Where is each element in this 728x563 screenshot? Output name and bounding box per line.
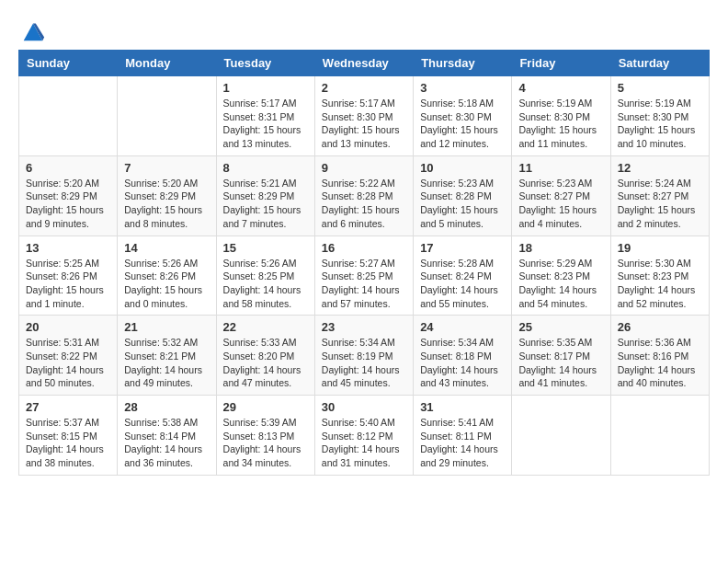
calendar-cell: 20Sunrise: 5:31 AM Sunset: 8:22 PM Dayli…	[19, 316, 118, 396]
weekday-header-monday: Monday	[118, 51, 216, 76]
day-info: Sunrise: 5:26 AM Sunset: 8:25 PM Dayligh…	[223, 257, 308, 311]
calendar-cell: 4Sunrise: 5:19 AM Sunset: 8:30 PM Daylig…	[512, 76, 610, 156]
day-info: Sunrise: 5:27 AM Sunset: 8:25 PM Dayligh…	[322, 257, 406, 311]
day-info: Sunrise: 5:34 AM Sunset: 8:18 PM Dayligh…	[420, 336, 505, 390]
day-info: Sunrise: 5:31 AM Sunset: 8:22 PM Dayligh…	[26, 336, 110, 390]
day-number: 18	[518, 241, 603, 255]
day-info: Sunrise: 5:40 AM Sunset: 8:12 PM Dayligh…	[322, 416, 406, 470]
header	[18, 18, 710, 39]
calendar-cell: 27Sunrise: 5:37 AM Sunset: 8:15 PM Dayli…	[19, 396, 118, 476]
day-info: Sunrise: 5:23 AM Sunset: 8:27 PM Dayligh…	[518, 177, 603, 231]
weekday-header-wednesday: Wednesday	[314, 51, 413, 76]
day-number: 29	[223, 400, 308, 414]
day-info: Sunrise: 5:26 AM Sunset: 8:26 PM Dayligh…	[124, 257, 209, 311]
calendar-cell: 19Sunrise: 5:30 AM Sunset: 8:23 PM Dayli…	[610, 236, 709, 316]
weekday-header-tuesday: Tuesday	[216, 51, 314, 76]
day-number: 19	[618, 241, 702, 255]
calendar-cell: 15Sunrise: 5:26 AM Sunset: 8:25 PM Dayli…	[216, 236, 314, 316]
day-number: 25	[518, 320, 603, 334]
day-number: 5	[618, 81, 702, 95]
day-number: 28	[124, 400, 209, 414]
day-info: Sunrise: 5:33 AM Sunset: 8:20 PM Dayligh…	[223, 336, 308, 390]
calendar-cell: 16Sunrise: 5:27 AM Sunset: 8:25 PM Dayli…	[314, 236, 413, 316]
calendar-cell: 22Sunrise: 5:33 AM Sunset: 8:20 PM Dayli…	[216, 316, 314, 396]
page: SundayMondayTuesdayWednesdayThursdayFrid…	[0, 0, 728, 485]
day-number: 1	[223, 81, 308, 95]
day-number: 3	[420, 81, 505, 95]
calendar-cell	[610, 396, 709, 476]
calendar-cell: 31Sunrise: 5:41 AM Sunset: 8:11 PM Dayli…	[414, 396, 512, 476]
day-info: Sunrise: 5:19 AM Sunset: 8:30 PM Dayligh…	[618, 97, 702, 151]
calendar-cell: 23Sunrise: 5:34 AM Sunset: 8:19 PM Dayli…	[314, 316, 413, 396]
day-number: 15	[223, 241, 308, 255]
calendar-cell: 28Sunrise: 5:38 AM Sunset: 8:14 PM Dayli…	[118, 396, 216, 476]
day-info: Sunrise: 5:37 AM Sunset: 8:15 PM Dayligh…	[26, 416, 110, 470]
day-info: Sunrise: 5:35 AM Sunset: 8:17 PM Dayligh…	[518, 336, 603, 390]
calendar-cell: 21Sunrise: 5:32 AM Sunset: 8:21 PM Dayli…	[118, 316, 216, 396]
calendar-cell: 29Sunrise: 5:39 AM Sunset: 8:13 PM Dayli…	[216, 396, 314, 476]
day-number: 31	[420, 400, 505, 414]
day-info: Sunrise: 5:38 AM Sunset: 8:14 PM Dayligh…	[124, 416, 209, 470]
calendar-cell: 12Sunrise: 5:24 AM Sunset: 8:27 PM Dayli…	[610, 155, 709, 236]
day-number: 21	[124, 320, 209, 334]
day-number: 20	[26, 320, 110, 334]
calendar-cell: 5Sunrise: 5:19 AM Sunset: 8:30 PM Daylig…	[610, 76, 709, 156]
calendar-cell	[512, 396, 610, 476]
calendar-cell: 13Sunrise: 5:25 AM Sunset: 8:26 PM Dayli…	[19, 236, 118, 316]
calendar-cell: 3Sunrise: 5:18 AM Sunset: 8:30 PM Daylig…	[414, 76, 512, 156]
day-info: Sunrise: 5:20 AM Sunset: 8:29 PM Dayligh…	[124, 177, 209, 231]
day-info: Sunrise: 5:39 AM Sunset: 8:13 PM Dayligh…	[223, 416, 308, 470]
calendar-cell: 1Sunrise: 5:17 AM Sunset: 8:31 PM Daylig…	[216, 76, 314, 156]
day-info: Sunrise: 5:23 AM Sunset: 8:28 PM Dayligh…	[420, 177, 505, 231]
week-row-4: 20Sunrise: 5:31 AM Sunset: 8:22 PM Dayli…	[19, 316, 710, 396]
week-row-3: 13Sunrise: 5:25 AM Sunset: 8:26 PM Dayli…	[19, 236, 710, 316]
day-info: Sunrise: 5:32 AM Sunset: 8:21 PM Dayligh…	[124, 336, 209, 390]
day-info: Sunrise: 5:17 AM Sunset: 8:30 PM Dayligh…	[322, 97, 406, 151]
day-info: Sunrise: 5:19 AM Sunset: 8:30 PM Dayligh…	[518, 97, 603, 151]
day-info: Sunrise: 5:28 AM Sunset: 8:24 PM Dayligh…	[420, 257, 505, 311]
day-number: 2	[322, 81, 406, 95]
week-row-1: 1Sunrise: 5:17 AM Sunset: 8:31 PM Daylig…	[19, 76, 710, 156]
day-info: Sunrise: 5:29 AM Sunset: 8:23 PM Dayligh…	[518, 257, 603, 311]
weekday-header-row: SundayMondayTuesdayWednesdayThursdayFrid…	[19, 51, 710, 76]
day-number: 6	[26, 161, 110, 175]
day-info: Sunrise: 5:22 AM Sunset: 8:28 PM Dayligh…	[322, 177, 406, 231]
calendar-cell: 24Sunrise: 5:34 AM Sunset: 8:18 PM Dayli…	[414, 316, 512, 396]
day-number: 4	[518, 81, 603, 95]
calendar-cell: 30Sunrise: 5:40 AM Sunset: 8:12 PM Dayli…	[314, 396, 413, 476]
logo-icon	[20, 18, 46, 44]
day-number: 14	[124, 241, 209, 255]
day-info: Sunrise: 5:30 AM Sunset: 8:23 PM Dayligh…	[618, 257, 702, 311]
day-number: 26	[618, 320, 702, 334]
day-number: 7	[124, 161, 209, 175]
day-number: 8	[223, 161, 308, 175]
calendar-cell: 11Sunrise: 5:23 AM Sunset: 8:27 PM Dayli…	[512, 155, 610, 236]
calendar-cell	[19, 76, 118, 156]
calendar-cell: 9Sunrise: 5:22 AM Sunset: 8:28 PM Daylig…	[314, 155, 413, 236]
calendar-cell: 6Sunrise: 5:20 AM Sunset: 8:29 PM Daylig…	[19, 155, 118, 236]
day-number: 30	[322, 400, 406, 414]
calendar-cell: 14Sunrise: 5:26 AM Sunset: 8:26 PM Dayli…	[118, 236, 216, 316]
weekday-header-saturday: Saturday	[610, 51, 709, 76]
calendar-cell: 10Sunrise: 5:23 AM Sunset: 8:28 PM Dayli…	[414, 155, 512, 236]
day-number: 9	[322, 161, 406, 175]
day-number: 24	[420, 320, 505, 334]
calendar-cell: 2Sunrise: 5:17 AM Sunset: 8:30 PM Daylig…	[314, 76, 413, 156]
day-info: Sunrise: 5:36 AM Sunset: 8:16 PM Dayligh…	[618, 336, 702, 390]
day-number: 27	[26, 400, 110, 414]
calendar-cell	[118, 76, 216, 156]
day-info: Sunrise: 5:25 AM Sunset: 8:26 PM Dayligh…	[26, 257, 110, 311]
calendar-cell: 26Sunrise: 5:36 AM Sunset: 8:16 PM Dayli…	[610, 316, 709, 396]
day-number: 11	[518, 161, 603, 175]
logo	[18, 18, 46, 39]
calendar-cell: 7Sunrise: 5:20 AM Sunset: 8:29 PM Daylig…	[118, 155, 216, 236]
weekday-header-sunday: Sunday	[19, 51, 118, 76]
day-info: Sunrise: 5:41 AM Sunset: 8:11 PM Dayligh…	[420, 416, 505, 470]
day-number: 16	[322, 241, 406, 255]
week-row-2: 6Sunrise: 5:20 AM Sunset: 8:29 PM Daylig…	[19, 155, 710, 236]
weekday-header-friday: Friday	[512, 51, 610, 76]
day-number: 23	[322, 320, 406, 334]
day-info: Sunrise: 5:17 AM Sunset: 8:31 PM Dayligh…	[223, 97, 308, 151]
day-info: Sunrise: 5:34 AM Sunset: 8:19 PM Dayligh…	[322, 336, 406, 390]
calendar-cell: 8Sunrise: 5:21 AM Sunset: 8:29 PM Daylig…	[216, 155, 314, 236]
